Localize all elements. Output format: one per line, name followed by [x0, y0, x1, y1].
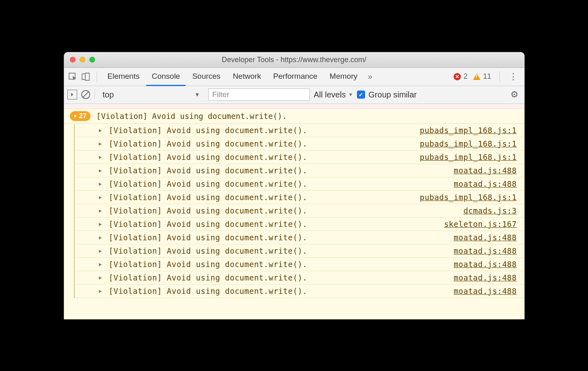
console-settings-icon[interactable]: ⚙: [510, 89, 521, 100]
tab-performance[interactable]: Performance: [268, 68, 323, 86]
log-group-body: ▶ [Violation] Avoid using document.write…: [74, 124, 524, 298]
disclosure-triangle-icon[interactable]: ▶: [99, 248, 105, 254]
log-entry: ▶ [Violation] Avoid using document.write…: [75, 151, 524, 164]
log-message: [Violation] Avoid using document.write()…: [109, 246, 450, 255]
disclosure-triangle-icon[interactable]: ▶: [99, 141, 105, 147]
tab-elements[interactable]: Elements: [102, 68, 145, 86]
error-icon: ✕: [454, 73, 461, 80]
panel-tabbar: Elements Console Sources Network Perform…: [64, 68, 524, 86]
log-entry: ▶ [Violation] Avoid using document.write…: [75, 231, 524, 244]
disclosure-triangle-icon[interactable]: ▶: [99, 154, 105, 160]
log-source-link[interactable]: moatad.js:488: [454, 260, 517, 269]
toggle-sidebar-icon[interactable]: [67, 90, 77, 99]
separator: [94, 89, 95, 100]
log-source-link[interactable]: pubads_impl_168.js:1: [420, 193, 517, 202]
disclosure-triangle-icon[interactable]: ▶: [99, 261, 105, 267]
context-label: top: [103, 90, 114, 99]
log-message: [Violation] Avoid using document.write()…: [109, 233, 450, 242]
console-toolbar: top ▼ All levels ▼ ✓ Group similar ⚙: [64, 86, 524, 104]
device-toolbar-icon[interactable]: [80, 71, 92, 83]
log-message: [Violation] Avoid using document.write()…: [109, 287, 450, 296]
separator: [97, 71, 97, 82]
group-count: 27: [79, 112, 86, 120]
error-count: 2: [463, 72, 467, 81]
disclosure-triangle-icon[interactable]: ▶: [99, 208, 105, 214]
log-levels-selector[interactable]: All levels ▼: [314, 90, 353, 99]
log-entry: ▶ [Violation] Avoid using document.write…: [75, 244, 524, 258]
log-source-link[interactable]: moatad.js:488: [454, 273, 517, 282]
log-entry: ▶ [Violation] Avoid using document.write…: [75, 204, 524, 218]
log-message: [Violation] Avoid using document.write()…: [109, 139, 416, 148]
window-title: Developer Tools - https://www.theverge.c…: [64, 56, 524, 64]
log-entry: ▶ [Violation] Avoid using document.write…: [75, 124, 524, 137]
disclosure-triangle-icon[interactable]: ▶: [99, 181, 105, 187]
svg-rect-2: [85, 73, 89, 80]
minimize-window-button[interactable]: [80, 57, 85, 63]
separator: [499, 71, 500, 82]
error-strip: [64, 104, 524, 109]
clear-console-icon[interactable]: [81, 90, 90, 99]
log-entry: ▶ [Violation] Avoid using document.write…: [75, 218, 524, 231]
group-summary: [Violation] Avoid using document.write()…: [96, 112, 287, 121]
chevron-down-icon: ▼: [195, 91, 200, 98]
log-message: [Violation] Avoid using document.write()…: [109, 273, 450, 282]
titlebar: Developer Tools - https://www.theverge.c…: [64, 52, 524, 68]
warning-count: 11: [483, 72, 491, 81]
log-message: [Violation] Avoid using document.write()…: [109, 153, 416, 162]
log-source-link[interactable]: skeleton.js:167: [444, 220, 517, 229]
log-source-link[interactable]: pubads_impl_168.js:1: [420, 139, 517, 148]
disclosure-triangle-icon[interactable]: ▶: [99, 168, 105, 173]
chevron-down-icon: ▼: [73, 114, 78, 119]
disclosure-triangle-icon[interactable]: ▶: [99, 221, 105, 227]
levels-label: All levels: [314, 90, 346, 99]
log-group-header[interactable]: ▼ 27 [Violation] Avoid using document.wr…: [64, 109, 524, 124]
disclosure-triangle-icon[interactable]: ▶: [99, 288, 105, 294]
disclosure-triangle-icon[interactable]: ▶: [99, 275, 105, 280]
disclosure-triangle-icon[interactable]: ▶: [99, 194, 105, 200]
log-source-link[interactable]: moatad.js:488: [454, 233, 517, 242]
log-source-link[interactable]: moatad.js:488: [454, 166, 517, 175]
warning-icon: [473, 73, 480, 80]
checkbox-checked-icon: ✓: [357, 91, 365, 99]
zoom-window-button[interactable]: [89, 57, 95, 63]
traffic-lights: [70, 57, 95, 63]
log-entry: ▶ [Violation] Avoid using document.write…: [75, 258, 524, 271]
tab-network[interactable]: Network: [227, 68, 267, 86]
issue-counts[interactable]: ✕ 2 11: [454, 72, 494, 81]
execution-context-selector[interactable]: top ▼: [99, 88, 204, 101]
disclosure-triangle-icon[interactable]: ▶: [99, 235, 105, 240]
inspect-element-icon[interactable]: [67, 71, 79, 83]
filter-input[interactable]: [208, 88, 310, 101]
log-entry: ▶ [Violation] Avoid using document.write…: [75, 285, 524, 298]
settings-menu-icon[interactable]: ⋮: [505, 71, 522, 82]
more-tabs-icon[interactable]: »: [364, 71, 376, 83]
log-source-link[interactable]: moatad.js:488: [454, 246, 517, 255]
log-source-link[interactable]: dcmads.js:3: [463, 206, 517, 215]
close-window-button[interactable]: [70, 57, 76, 63]
group-similar-toggle[interactable]: ✓ Group similar: [357, 90, 417, 99]
log-message: [Violation] Avoid using document.write()…: [109, 260, 450, 269]
log-entry: ▶ [Violation] Avoid using document.write…: [75, 191, 524, 204]
tab-memory[interactable]: Memory: [324, 68, 363, 86]
log-entry: ▶ [Violation] Avoid using document.write…: [75, 271, 524, 285]
group-count-pill: ▼ 27: [70, 111, 91, 121]
log-message: [Violation] Avoid using document.write()…: [109, 193, 416, 202]
disclosure-triangle-icon[interactable]: ▶: [99, 127, 105, 133]
devtools-window: Developer Tools - https://www.theverge.c…: [64, 52, 525, 319]
console-log-area: ▼ 27 [Violation] Avoid using document.wr…: [64, 104, 524, 319]
tab-sources[interactable]: Sources: [186, 68, 226, 86]
chevron-down-icon: ▼: [348, 92, 353, 97]
group-similar-label: Group similar: [368, 90, 417, 99]
tab-console[interactable]: Console: [146, 68, 186, 86]
log-source-link[interactable]: pubads_impl_168.js:1: [420, 153, 517, 162]
log-message: [Violation] Avoid using document.write()…: [109, 206, 460, 215]
log-entry: ▶ [Violation] Avoid using document.write…: [75, 177, 524, 191]
log-message: [Violation] Avoid using document.write()…: [109, 220, 440, 229]
log-message: [Violation] Avoid using document.write()…: [109, 126, 416, 135]
log-source-link[interactable]: pubads_impl_168.js:1: [420, 126, 517, 135]
log-source-link[interactable]: moatad.js:488: [454, 179, 517, 188]
log-source-link[interactable]: moatad.js:488: [454, 287, 517, 296]
log-entry: ▶ [Violation] Avoid using document.write…: [75, 137, 524, 151]
log-entry: ▶ [Violation] Avoid using document.write…: [75, 164, 524, 177]
log-message: [Violation] Avoid using document.write()…: [109, 179, 450, 188]
